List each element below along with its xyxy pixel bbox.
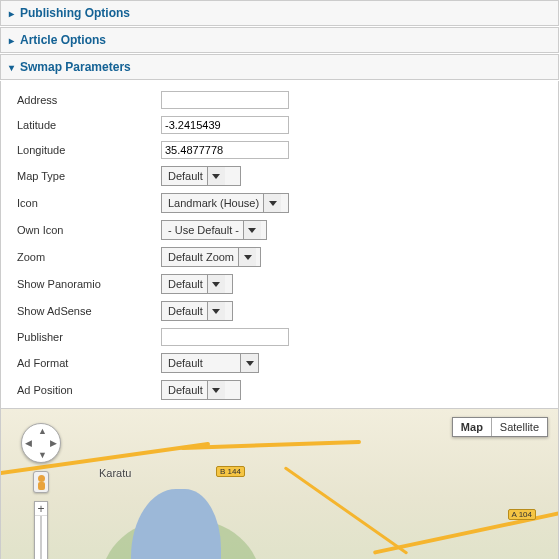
accordion-title: Swmap Parameters bbox=[20, 60, 131, 74]
label-longitude: Longitude bbox=[17, 144, 161, 156]
zoom-slider-track[interactable] bbox=[35, 516, 47, 559]
pan-down-button[interactable]: ▼ bbox=[38, 450, 47, 460]
accordion-title: Article Options bbox=[20, 33, 106, 47]
address-input[interactable] bbox=[161, 91, 289, 109]
accordion-title: Publishing Options bbox=[20, 6, 130, 20]
chevron-down-icon bbox=[207, 275, 225, 293]
chevron-down-icon bbox=[243, 221, 261, 239]
label-show-panoramio: Show Panoramio bbox=[17, 278, 161, 290]
map-type-satellite-button[interactable]: Satellite bbox=[492, 418, 547, 436]
label-publisher: Publisher bbox=[17, 331, 161, 343]
accordion-article-options[interactable]: Article Options bbox=[0, 27, 559, 53]
place-label-karatu: Karatu bbox=[99, 467, 131, 479]
label-latitude: Latitude bbox=[17, 119, 161, 131]
map-type-control: Map Satellite bbox=[452, 417, 548, 437]
label-address: Address bbox=[17, 94, 161, 106]
ad-position-select[interactable]: Default bbox=[161, 380, 241, 400]
map-preview[interactable]: B 144 A 104 A 104 Karatu Lake Manyara Na… bbox=[0, 409, 559, 559]
pan-right-button[interactable]: ▶ bbox=[50, 438, 57, 448]
road-shield: A 104 bbox=[508, 509, 536, 520]
map-type-map-button[interactable]: Map bbox=[453, 418, 492, 436]
road-shield: B 144 bbox=[216, 466, 245, 477]
select-value: Default bbox=[162, 305, 207, 317]
map-pan-control: ▲ ▼ ◀ ▶ bbox=[21, 423, 61, 463]
pan-up-button[interactable]: ▲ bbox=[38, 426, 47, 436]
chevron-right-icon bbox=[9, 6, 14, 20]
select-value: Default bbox=[162, 170, 207, 182]
swmap-panel: Address Latitude Longitude Map Type Defa… bbox=[0, 81, 559, 409]
label-ad-format: Ad Format bbox=[17, 357, 161, 369]
label-icon: Icon bbox=[17, 197, 161, 209]
chevron-down-icon bbox=[207, 167, 225, 185]
chevron-down-icon bbox=[263, 194, 281, 212]
show-adsense-select[interactable]: Default bbox=[161, 301, 233, 321]
show-panoramio-select[interactable]: Default bbox=[161, 274, 233, 294]
select-value: Default bbox=[162, 384, 207, 396]
chevron-down-icon bbox=[207, 381, 225, 399]
select-value: Landmark (House) bbox=[162, 197, 263, 209]
ad-format-select[interactable]: Default bbox=[161, 353, 259, 373]
label-zoom: Zoom bbox=[17, 251, 161, 263]
select-value: - Use Default - bbox=[162, 224, 243, 236]
map-zoom-control: + − bbox=[34, 501, 48, 559]
latitude-input[interactable] bbox=[161, 116, 289, 134]
label-show-adsense: Show AdSense bbox=[17, 305, 161, 317]
accordion-publishing-options[interactable]: Publishing Options bbox=[0, 0, 559, 26]
label-own-icon: Own Icon bbox=[17, 224, 161, 236]
select-value: Default bbox=[162, 357, 240, 369]
chevron-right-icon bbox=[9, 33, 14, 47]
select-value: Default Zoom bbox=[162, 251, 238, 263]
map-type-select[interactable]: Default bbox=[161, 166, 241, 186]
chevron-down-icon bbox=[207, 302, 225, 320]
pegman-icon[interactable] bbox=[33, 471, 49, 493]
accordion-swmap-parameters[interactable]: Swmap Parameters bbox=[0, 54, 559, 80]
select-value: Default bbox=[162, 278, 207, 290]
label-map-type: Map Type bbox=[17, 170, 161, 182]
chevron-down-icon bbox=[238, 248, 256, 266]
zoom-in-button[interactable]: + bbox=[35, 502, 47, 516]
publisher-input[interactable] bbox=[161, 328, 289, 346]
icon-select[interactable]: Landmark (House) bbox=[161, 193, 289, 213]
chevron-down-icon bbox=[9, 60, 14, 74]
label-ad-position: Ad Position bbox=[17, 384, 161, 396]
zoom-select[interactable]: Default Zoom bbox=[161, 247, 261, 267]
own-icon-select[interactable]: - Use Default - bbox=[161, 220, 267, 240]
chevron-down-icon bbox=[240, 354, 258, 372]
pan-left-button[interactable]: ◀ bbox=[25, 438, 32, 448]
longitude-input[interactable] bbox=[161, 141, 289, 159]
